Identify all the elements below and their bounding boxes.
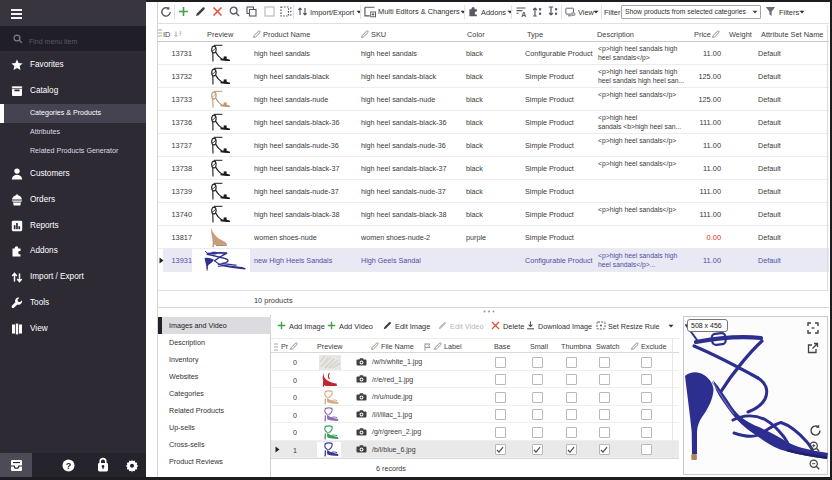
svg-text:A: A — [521, 11, 526, 18]
svg-text:?: ? — [66, 461, 72, 471]
